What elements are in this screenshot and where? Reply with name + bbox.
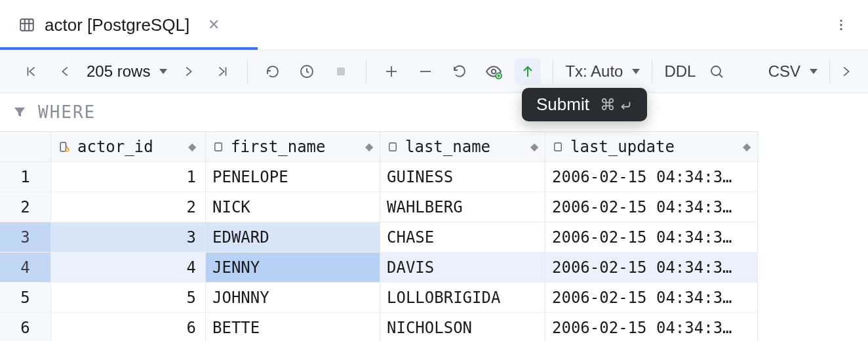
sort-icon[interactable]: ◆ <box>530 140 538 153</box>
cell-first-name[interactable]: NICK <box>206 192 380 222</box>
cell-last-name[interactable]: NICHOLSON <box>380 313 545 341</box>
filter-icon[interactable] <box>12 104 28 120</box>
sort-icon[interactable]: ◆ <box>365 140 373 153</box>
svg-point-14 <box>492 70 496 74</box>
separator <box>247 60 248 83</box>
column-header-actor-id[interactable]: actor_id ◆ <box>51 132 206 161</box>
svg-rect-25 <box>389 143 397 151</box>
sort-icon[interactable]: ◆ <box>743 140 751 153</box>
cell-actor-id[interactable]: 4 <box>51 252 206 282</box>
tooltip-shortcut: ⌘ <box>600 96 633 114</box>
cell-last-name[interactable]: CHASE <box>380 222 545 252</box>
cell-last-name[interactable]: GUINESS <box>380 162 545 191</box>
page-prev-icon[interactable] <box>52 58 79 85</box>
transaction-mode-dropdown[interactable]: Tx: Auto <box>565 62 640 81</box>
table-row[interactable]: 44JENNYDAVIS2006-02-15 04:34:3… <box>0 252 759 283</box>
cell-last-update[interactable]: 2006-02-15 04:34:3… <box>545 162 758 191</box>
cell-last-name[interactable]: LOLLOBRIGIDA <box>380 283 545 312</box>
tooltip-label: Submit <box>536 94 589 115</box>
row-gutter[interactable]: 3 <box>0 222 51 252</box>
toolbar-overflow-icon[interactable] <box>833 58 859 85</box>
page-first-icon[interactable] <box>18 58 45 85</box>
row-gutter[interactable]: 5 <box>0 283 51 312</box>
svg-point-19 <box>711 66 720 75</box>
table-row[interactable]: 55JOHNNYLOLLOBRIGIDA2006-02-15 04:34:3… <box>0 283 759 313</box>
add-row-icon[interactable] <box>378 58 404 85</box>
preview-changes-icon[interactable] <box>481 58 507 85</box>
delete-row-icon[interactable] <box>412 58 439 85</box>
page-last-icon[interactable] <box>209 58 235 85</box>
tab-close-icon[interactable]: ✕ <box>208 16 220 33</box>
pk-column-icon <box>58 140 71 153</box>
cell-actor-id[interactable]: 6 <box>51 313 206 341</box>
tab-bar: actor [PostgreSQL] ✕ <box>0 0 868 50</box>
where-input[interactable]: WHERE <box>38 102 96 122</box>
auto-refresh-icon[interactable] <box>294 58 320 85</box>
column-header-last-update[interactable]: last_update ◆ <box>545 132 758 161</box>
cell-last-name[interactable]: WAHLBERG <box>380 192 545 222</box>
separator <box>553 60 553 83</box>
export-dropdown[interactable]: CSV <box>768 62 818 81</box>
submit-tooltip: Submit ⌘ <box>522 88 647 121</box>
gutter-header[interactable] <box>0 132 51 161</box>
row-gutter[interactable]: 4 <box>0 252 51 282</box>
svg-line-20 <box>719 74 722 77</box>
data-grid: actor_id ◆ first_name ◆ last_name ◆ last… <box>0 131 759 341</box>
nav-group: 205 rows <box>9 58 245 85</box>
cell-first-name[interactable]: JENNY <box>206 252 380 282</box>
svg-point-5 <box>840 24 842 26</box>
cell-first-name[interactable]: JOHNNY <box>206 283 380 312</box>
tab-list: actor [PostgreSQL] ✕ <box>0 0 238 50</box>
toolbar: 205 rows Tx: Auto DDL CSV <box>0 50 868 93</box>
cell-last-update[interactable]: 2006-02-15 04:34:3… <box>545 252 758 282</box>
svg-rect-10 <box>337 68 345 75</box>
svg-point-4 <box>840 20 842 22</box>
ddl-group: DDL <box>655 58 739 85</box>
separator <box>366 60 366 83</box>
separator <box>652 60 652 83</box>
table-row[interactable]: 22NICKWAHLBERG2006-02-15 04:34:3… <box>0 192 759 222</box>
row-gutter[interactable]: 1 <box>0 162 51 191</box>
cell-actor-id[interactable]: 2 <box>51 192 206 222</box>
page-next-icon[interactable] <box>175 58 201 85</box>
row-count-dropdown[interactable]: 205 rows <box>87 62 167 81</box>
separator <box>829 60 830 83</box>
svg-rect-24 <box>215 143 222 151</box>
cell-last-update[interactable]: 2006-02-15 04:34:3… <box>545 222 758 252</box>
cell-last-update[interactable]: 2006-02-15 04:34:3… <box>545 192 758 222</box>
tab-actor[interactable]: actor [PostgreSQL] ✕ <box>0 0 238 50</box>
column-icon <box>212 141 224 153</box>
export-group: CSV <box>759 62 827 81</box>
sort-icon[interactable]: ◆ <box>188 140 196 153</box>
column-icon <box>552 141 564 153</box>
column-header-last-name[interactable]: last_name ◆ <box>380 132 545 161</box>
cell-first-name[interactable]: EDWARD <box>206 222 380 252</box>
cell-actor-id[interactable]: 1 <box>51 162 206 191</box>
column-icon <box>387 141 399 153</box>
tab-bar-menu[interactable] <box>834 18 868 32</box>
table-row[interactable]: 33EDWARDCHASE2006-02-15 04:34:3… <box>0 222 759 252</box>
search-icon[interactable] <box>703 58 730 85</box>
cell-first-name[interactable]: PENELOPE <box>206 162 380 191</box>
cell-last-name[interactable]: DAVIS <box>380 252 545 282</box>
cell-actor-id[interactable]: 5 <box>51 283 206 312</box>
refresh-icon[interactable] <box>260 58 286 85</box>
table-row[interactable]: 66BETTENICHOLSON2006-02-15 04:34:3… <box>0 313 759 341</box>
column-header-first-name[interactable]: first_name ◆ <box>206 132 380 161</box>
submit-icon[interactable] <box>515 58 541 85</box>
tab-title: actor [PostgreSQL] <box>45 15 189 35</box>
stop-icon[interactable] <box>328 58 354 85</box>
cell-first-name[interactable]: BETTE <box>206 313 380 341</box>
cell-last-update[interactable]: 2006-02-15 04:34:3… <box>545 283 758 312</box>
revert-icon[interactable] <box>446 58 473 85</box>
row-gutter[interactable]: 2 <box>0 192 51 222</box>
ddl-button[interactable]: DDL <box>664 62 696 81</box>
row-gutter[interactable]: 6 <box>0 313 51 341</box>
cell-actor-id[interactable]: 3 <box>51 222 206 252</box>
cell-last-update[interactable]: 2006-02-15 04:34:3… <box>545 313 758 341</box>
svg-point-22 <box>66 148 69 151</box>
svg-point-6 <box>840 28 842 30</box>
table-icon <box>18 16 35 33</box>
svg-rect-26 <box>555 143 562 151</box>
table-row[interactable]: 11PENELOPEGUINESS2006-02-15 04:34:3… <box>0 162 759 192</box>
